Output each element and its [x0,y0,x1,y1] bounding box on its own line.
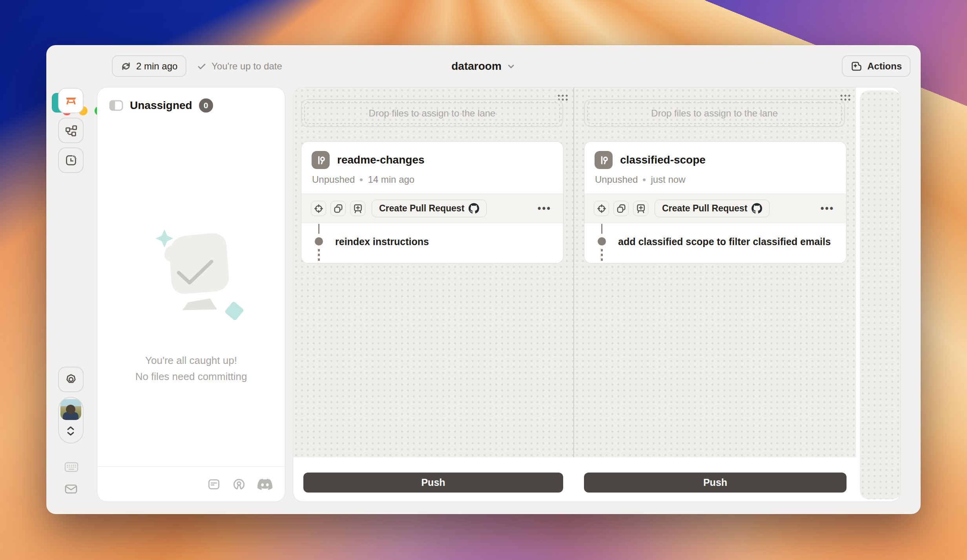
lane-dropzone[interactable]: Drop files to assign to the lane [584,99,845,127]
lane-classified-scope[interactable]: Drop files to assign to the lane classif… [574,87,856,457]
commit-list: add classified scope to filter classifie… [584,223,846,263]
push-button[interactable]: Push [303,473,563,493]
lanes-panel: Drop files to assign to the lane readme-… [293,87,901,502]
discord-icon [257,478,272,490]
feedback-mail-button[interactable] [64,484,78,495]
chevron-up-down-icon [66,425,76,437]
notes-icon [207,478,221,491]
discord-button[interactable] [257,476,272,492]
branch-card-header[interactable]: readme-changes Unpushed 14 min ago [301,142,563,194]
target-plus-icon [314,204,324,214]
commit-rail-line [318,224,319,234]
commit-dot-icon [598,237,606,245]
branch-name: classified-scope [620,154,706,166]
unassigned-footer [97,466,285,502]
unassigned-count-badge: 0 [199,98,213,113]
assign-to-workbench-button[interactable] [350,201,365,216]
commit-message[interactable]: reindex instructions [335,223,555,260]
actions-button-label: Actions [867,62,902,71]
copy-icon [616,204,626,214]
copy-branch-button[interactable] [613,201,629,216]
actions-icon [850,61,862,72]
branch-card-header[interactable]: classified-scope Unpushed just now [584,142,846,194]
dropzone-hint: Drop files to assign to the lane [587,102,842,124]
lane-dropzone[interactable]: Drop files to assign to the lane [301,99,563,127]
user-avatar [60,399,81,420]
overflow-menu-button[interactable]: ••• [818,203,837,214]
create-pr-button[interactable]: Create Pull Request [372,200,487,217]
meta-separator-dot [360,178,363,181]
meta-separator-dot [643,178,646,181]
keyboard-shortcuts-button[interactable] [64,462,78,473]
project-switcher[interactable]: dataroom [451,55,516,77]
project-name: dataroom [451,60,502,73]
commit-rail-line [601,224,602,234]
settings-button[interactable] [58,367,84,392]
unassigned-panel: Unassigned 0 You're all caught up! No fi… [97,87,285,502]
open-source-button[interactable] [232,476,246,492]
unassigned-title: Unassigned [130,99,192,112]
bench-plus-icon [353,204,363,214]
gear-icon [65,373,77,386]
push-status: Unpushed [595,174,638,185]
github-icon [752,203,762,214]
dropzone-hint: Drop files to assign to the lane [304,102,560,124]
workspace-view-button[interactable] [58,88,84,113]
create-pr-label: Create Pull Request [662,204,747,213]
assign-to-workbench-button[interactable] [633,201,648,216]
workbench-icon [64,93,78,108]
unassigned-header: Unassigned 0 [97,87,285,113]
branch-card: readme-changes Unpushed 14 min ago [301,141,564,264]
branches-graph-icon [65,124,77,137]
release-notes-button[interactable] [207,476,221,492]
github-icon [469,203,479,214]
commit-rail-dashes [318,249,320,262]
commit-list: reindex instructions [301,223,563,263]
create-pr-button[interactable]: Create Pull Request [655,200,770,217]
mail-icon [64,484,78,495]
sync-status: You're up to date [197,55,282,77]
empty-state-title: You're all caught up! [97,353,285,369]
branch-badge [312,151,330,169]
account-switcher[interactable] [58,397,84,444]
target-plus-icon [597,204,607,214]
commit-target-button[interactable] [311,201,326,216]
branch-toolbar: Create Pull Request ••• [584,194,846,223]
branch-badge [595,151,613,169]
push-status: Unpushed [312,174,355,185]
push-button[interactable]: Push [584,473,847,493]
branches-view-button[interactable] [58,118,84,143]
history-view-button[interactable] [58,147,84,173]
bench-plus-icon [636,204,646,214]
split-panel-icon[interactable] [109,100,123,111]
empty-state-subtitle: No files need committing [97,369,285,385]
sync-status-label: You're up to date [212,61,282,72]
empty-state: You're all caught up! No files need comm… [97,221,285,385]
caught-up-illustration [128,221,254,338]
branch-icon [598,155,609,165]
create-pr-label: Create Pull Request [379,204,464,213]
check-icon [197,62,206,71]
commit-time: just now [651,174,685,185]
copy-icon [333,204,343,214]
app-window: 2 min ago You're up to date dataroom Act… [46,45,921,514]
branch-card: classified-scope Unpushed just now [584,141,847,264]
branch-toolbar: Create Pull Request ••• [301,194,563,223]
sync-button[interactable]: 2 min ago [112,55,186,77]
overflow-menu-button[interactable]: ••• [535,203,554,214]
branch-icon [316,155,326,165]
new-lane-strip[interactable] [860,91,901,499]
open-source-keyhole-icon [232,478,246,491]
lane-readme-changes[interactable]: Drop files to assign to the lane readme-… [293,87,573,457]
commit-target-button[interactable] [594,201,609,216]
copy-branch-button[interactable] [330,201,346,216]
chevron-down-icon [506,62,516,71]
commit-time: 14 min ago [368,174,414,185]
commit-dot-icon [315,237,323,245]
commit-message[interactable]: add classified scope to filter classifie… [618,223,838,260]
keyboard-icon [64,462,78,473]
sync-icon [121,61,131,71]
actions-button[interactable]: Actions [842,55,910,77]
commit-rail-dashes [601,249,603,262]
history-clock-icon [65,154,77,167]
